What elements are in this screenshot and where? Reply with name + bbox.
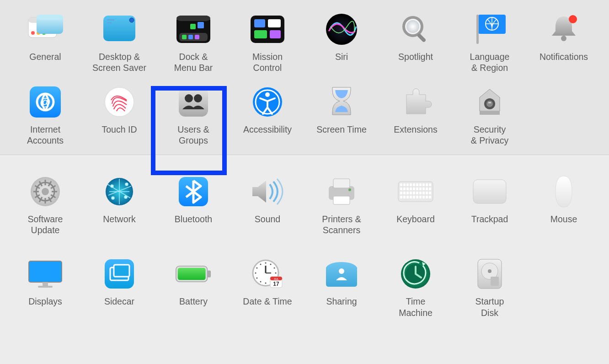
prefpane-desktop-screensaver[interactable]: Desktop & Screen Saver xyxy=(82,9,156,74)
extensions-icon xyxy=(397,84,434,120)
software-update-icon xyxy=(27,173,64,210)
mission-control-icon xyxy=(249,11,286,48)
svg-rect-121 xyxy=(178,268,206,280)
prefpane-language-region[interactable]: Language & Region xyxy=(453,9,527,74)
prefpane-software-update[interactable]: Software Update xyxy=(8,171,82,236)
prefpane-sidecar[interactable]: Sidecar xyxy=(82,254,156,318)
prefpane-touch-id[interactable]: Touch ID xyxy=(82,82,156,146)
svg-rect-95 xyxy=(413,192,415,194)
security-privacy-icon xyxy=(471,84,508,120)
svg-rect-86 xyxy=(416,187,418,190)
prefpane-time-machine[interactable]: Time Machine xyxy=(379,254,453,318)
prefpane-dock-menubar[interactable]: Dock & Menu Bar xyxy=(156,9,230,74)
svg-rect-73 xyxy=(406,183,409,186)
prefpane-users-groups[interactable]: Users & Groups xyxy=(156,82,230,146)
svg-rect-102 xyxy=(403,196,406,198)
svg-rect-82 xyxy=(403,187,406,190)
dock-menubar-icon xyxy=(175,11,212,48)
svg-rect-10 xyxy=(107,22,112,23)
prefpane-label: Dock & Menu Bar xyxy=(174,51,213,74)
prefpane-spotlight[interactable]: Spotlight xyxy=(379,9,453,74)
svg-rect-103 xyxy=(406,196,409,198)
prefpane-label: Displays xyxy=(28,296,62,307)
svg-rect-96 xyxy=(416,192,418,194)
svg-rect-105 xyxy=(413,196,415,198)
svg-rect-120 xyxy=(207,271,211,278)
svg-rect-81 xyxy=(400,187,402,190)
prefpane-keyboard[interactable]: Keyboard xyxy=(379,171,453,236)
prefpane-label: Security & Privacy xyxy=(471,124,508,146)
svg-point-36 xyxy=(105,87,134,117)
svg-point-2 xyxy=(31,31,35,35)
prefpane-accessibility[interactable]: Accessibility xyxy=(230,82,304,146)
svg-rect-77 xyxy=(419,183,422,186)
prefpane-general[interactable]: General xyxy=(8,9,82,74)
prefpane-startup-disk[interactable]: Startup Disk xyxy=(453,254,527,318)
prefpane-displays[interactable]: Displays xyxy=(8,254,82,318)
prefpane-bluetooth[interactable]: Bluetooth xyxy=(156,171,230,236)
svg-rect-6 xyxy=(37,15,63,20)
svg-rect-12 xyxy=(176,16,210,21)
prefpane-label: Bluetooth xyxy=(175,214,212,225)
prefpane-label: Touch ID xyxy=(102,124,137,135)
prefpane-label: Internet Accounts xyxy=(27,124,64,146)
prefpane-screen-time[interactable]: Screen Time xyxy=(304,82,379,146)
prefpane-label: Spotlight xyxy=(398,51,433,62)
sharing-icon xyxy=(323,256,360,292)
prefpane-mission-control[interactable]: Mission Control xyxy=(230,9,304,74)
prefpane-sharing[interactable]: Sharing xyxy=(304,254,379,318)
preferences-section-personal: General Desktop & Screen Saver Dock & Me… xyxy=(0,0,609,155)
prefpane-sound[interactable]: Sound xyxy=(230,171,304,236)
svg-point-31 xyxy=(561,36,566,41)
svg-point-130 xyxy=(260,281,262,283)
prefpane-mouse[interactable]: Mouse xyxy=(527,171,601,236)
prefpane-trackpad[interactable]: Trackpad xyxy=(453,171,527,236)
prefpane-security-privacy[interactable]: Security & Privacy xyxy=(453,82,527,146)
prefpane-label: Screen Time xyxy=(316,124,366,135)
svg-point-61 xyxy=(111,185,113,187)
svg-point-124 xyxy=(270,264,272,265)
svg-rect-79 xyxy=(426,183,428,186)
prefpane-internet-accounts[interactable]: @ Internet Accounts xyxy=(8,82,82,146)
preferences-section-hardware: Software Update Network Bluetooth Sound … xyxy=(0,155,609,327)
spotlight-icon xyxy=(397,11,434,48)
svg-rect-89 xyxy=(426,187,428,190)
prefpane-network[interactable]: Network xyxy=(82,171,156,236)
prefpane-extensions[interactable]: Extensions xyxy=(379,82,453,146)
svg-rect-97 xyxy=(419,192,422,194)
users-groups-icon xyxy=(175,84,212,120)
prefpane-battery[interactable]: Battery xyxy=(156,254,230,318)
prefpane-label: General xyxy=(29,51,61,62)
trackpad-icon xyxy=(471,173,508,210)
prefpane-date-time[interactable]: JUL 17 Date & Time xyxy=(230,254,304,318)
svg-rect-115 xyxy=(38,286,53,288)
svg-rect-87 xyxy=(419,187,422,190)
svg-point-133 xyxy=(256,268,257,269)
svg-rect-110 xyxy=(429,196,431,198)
svg-rect-107 xyxy=(419,196,422,198)
sound-icon xyxy=(249,173,286,210)
prefpane-label: Mouse xyxy=(550,214,577,225)
bluetooth-icon xyxy=(175,173,212,210)
desktop-screensaver-icon xyxy=(101,11,138,48)
prefpane-siri[interactable]: Siri xyxy=(304,9,379,74)
svg-point-59 xyxy=(42,188,49,195)
svg-rect-78 xyxy=(422,183,425,186)
svg-rect-75 xyxy=(413,183,415,186)
svg-point-44 xyxy=(486,101,493,107)
svg-rect-84 xyxy=(410,187,412,190)
svg-rect-18 xyxy=(198,22,204,28)
time-machine-icon xyxy=(397,256,434,292)
prefpane-printers-scanners[interactable]: Printers & Scanners xyxy=(304,171,379,236)
keyboard-icon xyxy=(397,173,434,210)
svg-rect-16 xyxy=(195,35,199,39)
svg-rect-83 xyxy=(406,187,409,190)
prefpane-notifications[interactable]: Notifications xyxy=(527,9,601,74)
prefpane-label: Network xyxy=(103,214,136,225)
svg-rect-118 xyxy=(114,265,129,277)
network-icon xyxy=(101,173,138,210)
svg-point-38 xyxy=(185,94,193,102)
siri-icon xyxy=(323,11,360,48)
svg-point-126 xyxy=(275,273,277,274)
svg-rect-111 xyxy=(473,180,506,203)
